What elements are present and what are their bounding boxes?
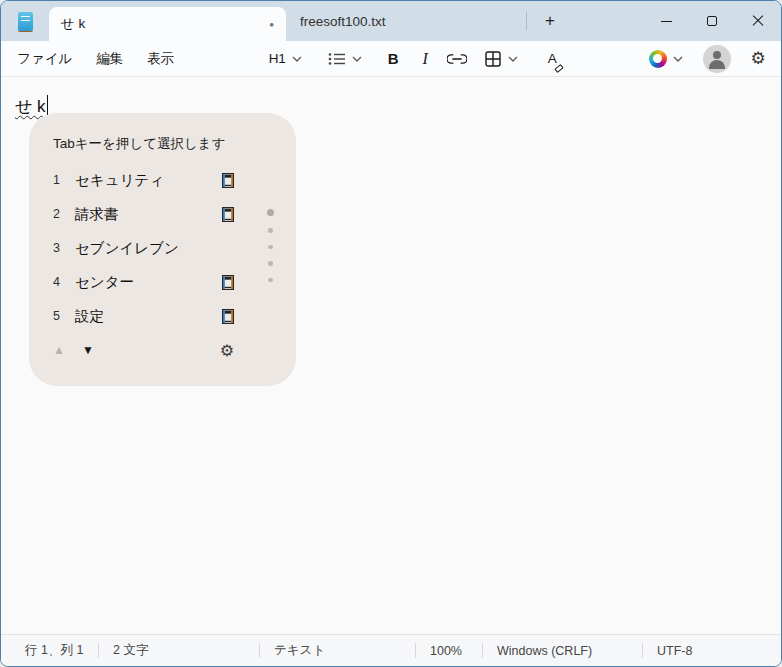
ime-candidate-window: Tabキーを押して選択します 1 セキュリティ 2 請求書 (29, 113, 296, 386)
menu-edit[interactable]: 編集 (84, 45, 135, 73)
scroll-dot (268, 245, 273, 250)
chevron-down-icon[interactable] (673, 56, 683, 62)
toolbar: ファイル 編集 表示 H1 B I (1, 41, 781, 77)
scroll-dot-current (267, 209, 274, 216)
tab-separator (526, 12, 527, 30)
candidate-text: セブンイレブン (69, 239, 222, 258)
link-icon (447, 53, 467, 65)
ime-composition-text: せ k (15, 97, 46, 116)
notepad-window: せ k ● freesoft100.txt + ファイル 編集 表示 H1 (0, 0, 782, 667)
candidate-text: 請求書 (69, 205, 222, 224)
chevron-down-icon[interactable] (292, 56, 302, 62)
caption-buttons (643, 1, 781, 41)
tab-title: freesoft100.txt (300, 14, 386, 29)
link-button[interactable] (444, 45, 470, 73)
bullet-list-icon (328, 52, 346, 66)
candidate-number: 5 (53, 309, 69, 323)
page-up-button[interactable]: ▲ (53, 343, 65, 357)
maximize-icon (707, 16, 717, 26)
candidate-text: セキュリティ (69, 171, 222, 190)
ime-settings-button[interactable]: ⚙ (220, 341, 234, 360)
notepad-app-icon (18, 12, 33, 31)
copilot-icon (649, 50, 667, 68)
clear-formatting-button[interactable]: A (538, 45, 566, 73)
maximize-button[interactable] (689, 1, 735, 41)
editor-text-area[interactable]: せ k Tabキーを押して選択します 1 セキュリティ 2 請求書 (1, 77, 781, 634)
list-button[interactable] (324, 45, 350, 73)
candidate-number: 3 (53, 241, 69, 255)
candidate-row-2[interactable]: 2 請求書 (53, 197, 296, 231)
chevron-down-icon[interactable] (508, 56, 518, 62)
candidate-list: 1 セキュリティ 2 請求書 3 セブンイレブン (53, 163, 296, 333)
encoding[interactable]: UTF-8 (643, 635, 781, 666)
account-button[interactable] (703, 45, 731, 73)
scroll-dot (268, 228, 273, 233)
page-down-button[interactable]: ▼ (82, 343, 94, 357)
app-icon-wrap (1, 1, 49, 41)
scroll-dot (268, 261, 273, 266)
copilot-button[interactable] (649, 50, 689, 68)
dictionary-icon (222, 173, 234, 188)
candidate-number: 4 (53, 275, 69, 289)
heading-style-button[interactable]: H1 (264, 45, 290, 73)
menu-view[interactable]: 表示 (135, 45, 186, 73)
settings-button[interactable]: ⚙ (745, 45, 771, 73)
minimize-button[interactable] (643, 1, 689, 41)
zoom-level[interactable]: 100% (416, 635, 482, 666)
candidate-number: 2 (53, 207, 69, 221)
italic-button[interactable]: I (412, 45, 438, 73)
menu-file[interactable]: ファイル (5, 45, 84, 73)
chevron-down-icon[interactable] (352, 56, 362, 62)
ime-scroll-indicator (267, 209, 274, 282)
candidate-row-4[interactable]: 4 センター (53, 265, 296, 299)
close-icon (752, 15, 764, 27)
tab-title: せ k (61, 15, 269, 33)
candidate-row-5[interactable]: 5 設定 (53, 299, 296, 333)
candidate-number: 1 (53, 173, 69, 187)
character-count: 2 文字 (99, 635, 259, 666)
clear-formatting-icon: A (548, 51, 557, 66)
candidate-row-3[interactable]: 3 セブンイレブン (53, 231, 296, 265)
ime-pager: ▲ ▼ ⚙ (53, 333, 296, 367)
cursor-position: 行 1、列 1 (1, 635, 98, 666)
table-button[interactable] (480, 45, 506, 73)
dictionary-icon (222, 275, 234, 290)
candidate-text: 設定 (69, 307, 222, 326)
text-caret (47, 95, 48, 116)
dictionary-icon (222, 207, 234, 222)
candidate-row-1[interactable]: 1 セキュリティ (53, 163, 296, 197)
table-icon (485, 51, 501, 67)
document-mode: テキスト (260, 635, 415, 666)
candidate-text: センター (69, 273, 222, 292)
line-ending[interactable]: Windows (CRLF) (483, 635, 642, 666)
minimize-icon (661, 21, 672, 22)
tab-inactive[interactable]: freesoft100.txt (286, 1, 526, 41)
status-bar: 行 1、列 1 2 文字 テキスト 100% Windows (CRLF) UT… (1, 634, 781, 666)
titlebar: せ k ● freesoft100.txt + (1, 1, 781, 41)
bold-button[interactable]: B (380, 45, 406, 73)
unsaved-indicator-icon[interactable]: ● (269, 20, 274, 29)
dictionary-icon (222, 309, 234, 324)
ime-hint-text: Tabキーを押して選択します (53, 135, 296, 153)
close-button[interactable] (735, 1, 781, 41)
new-tab-button[interactable]: + (533, 1, 567, 41)
tab-active[interactable]: せ k ● (49, 7, 286, 41)
scroll-dot (268, 278, 273, 283)
